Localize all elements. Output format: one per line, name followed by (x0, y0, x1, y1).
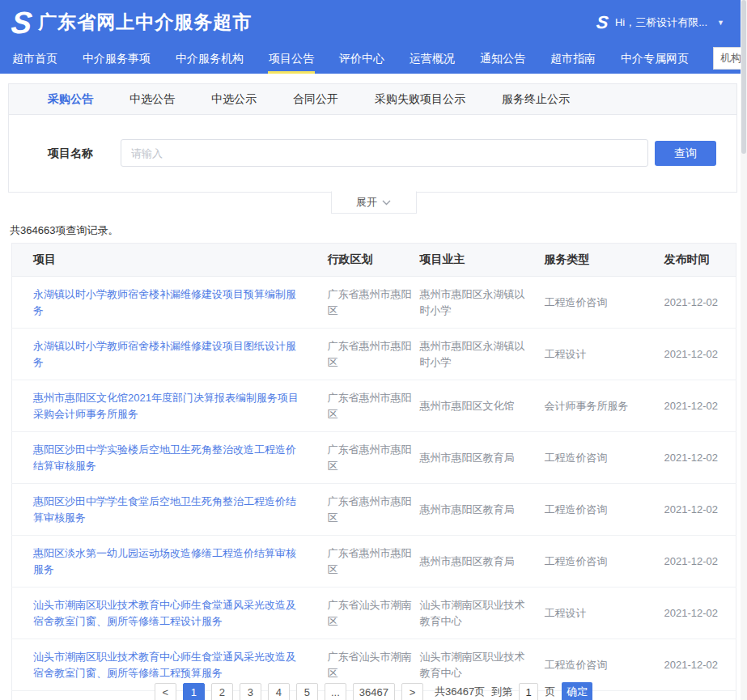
table-header-row: 项目 行政区划 项目业主 服务类型 发布时间 (12, 244, 736, 277)
table-row: 汕头市潮南区职业技术教育中心师生食堂通风采光改造及宿舍教室门窗、厕所等修缮工程设… (12, 588, 736, 639)
page-button-2[interactable]: 2 (211, 683, 233, 700)
service-type-cell: 工程造价咨询 (545, 432, 664, 484)
chevron-down-icon: ▼ (717, 19, 724, 27)
top-header: S 广东省网上中介服务超市 S Hi，三桥设计有限... ▼ (0, 0, 747, 45)
user-logo-icon: S (596, 14, 609, 32)
project-link[interactable]: 永湖镇以时小学教师宿舍楼补漏维修建设项目图纸设计服务 (33, 340, 296, 368)
project-link[interactable]: 惠阳区淡水第一幼儿园运动场改造修缮工程造价结算审核服务 (33, 547, 296, 575)
scrollbar[interactable] (741, 0, 747, 700)
table-row: 惠州市惠阳区文化馆2021年度部门决算报表编制服务项目采购会计师事务所服务 广东… (12, 380, 736, 432)
table-row: 永湖镇以时小学教师宿舍楼补漏维修建设项目图纸设计服务 广东省惠州市惠阳区 惠州市… (12, 329, 736, 380)
column-header-publish-date: 发布时间 (664, 244, 736, 277)
page-ellipsis[interactable]: ... (325, 683, 346, 700)
owner-cell: 汕头市潮南区职业技术教育中心 (420, 588, 545, 639)
user-greeting: Hi，三桥设计有限... (615, 15, 707, 30)
project-link[interactable]: 惠州市惠阳区文化馆2021年度部门决算报表编制服务项目采购会计师事务所服务 (33, 392, 299, 420)
column-header-service-type: 服务类型 (545, 244, 664, 277)
service-type-cell: 工程设计 (545, 588, 664, 639)
owner-cell: 惠州市惠阳区教育局 (420, 536, 545, 588)
nav-item-guide[interactable]: 超市指南 (550, 45, 596, 74)
prev-page-button[interactable]: < (155, 683, 176, 700)
site-logo-icon: S (10, 7, 32, 38)
page-button-4[interactable]: 4 (268, 683, 290, 700)
region-cell: 广东省惠州市惠阳区 (328, 484, 420, 536)
confirm-button[interactable]: 确定 (562, 682, 592, 700)
project-name-label: 项目名称 (48, 146, 93, 161)
project-link[interactable]: 汕头市潮南区职业技术教育中心师生食堂通风采光改造及宿舍教室门窗、厕所等修缮工程预… (33, 651, 296, 679)
scrollbar-thumb[interactable] (741, 0, 746, 154)
service-type-cell: 工程造价咨询 (545, 277, 664, 329)
project-link[interactable]: 惠阳区沙田中学学生食堂后空地卫生死角整治工程造价结算审核服务 (33, 495, 296, 524)
tab-failed-purchase-publicity[interactable]: 采购失败项目公示 (375, 92, 465, 107)
region-cell: 广东省汕头市潮南区 (328, 588, 420, 639)
region-cell: 广东省惠州市惠阳区 (328, 277, 420, 329)
project-link[interactable]: 永湖镇以时小学教师宿舍楼补漏维修建设项目预算编制服务 (33, 288, 296, 316)
region-cell: 广东省惠州市惠阳区 (328, 432, 420, 484)
page-button-3[interactable]: 3 (240, 683, 261, 700)
main-nav: 超市首页 中介服务事项 中介服务机构 项目公告 评价中心 运营概况 通知公告 超… (0, 45, 747, 74)
user-menu[interactable]: S Hi，三桥设计有限... ▼ (596, 14, 736, 32)
search-category-value: 机构 (720, 51, 741, 66)
owner-cell: 惠州市惠阳区文化馆 (420, 380, 545, 432)
tab-selection-announcement[interactable]: 中选公告 (129, 92, 175, 107)
publish-date-cell: 2021-12-02 (664, 484, 736, 536)
tab-selection-publicity[interactable]: 中选公示 (211, 92, 257, 107)
pagination: < 1 2 3 4 5 ... 36467 > 共36467页 到第 页 确定 (0, 682, 747, 700)
goto-page-input[interactable] (519, 683, 538, 700)
nav-item-project-announcements[interactable]: 项目公告 (268, 45, 315, 74)
column-header-region: 行政区划 (328, 244, 420, 277)
filter-form: 项目名称 查询 (9, 115, 736, 192)
expand-strip: 展开 (0, 191, 747, 214)
total-pages-text: 共36467页 (435, 685, 485, 699)
nav-item-agency-pages[interactable]: 中介专属网页 (620, 45, 690, 74)
publish-date-cell: 2021-12-02 (664, 380, 736, 432)
goto-page-label: 到第 (491, 685, 512, 699)
project-link[interactable]: 惠阳区沙田中学实验楼后空地卫生死角整治改造工程造价结算审核服务 (33, 443, 296, 472)
publish-date-cell: 2021-12-02 (664, 277, 736, 329)
site-title: 广东省网上中介服务超市 (38, 10, 252, 35)
service-type-cell: 会计师事务所服务 (545, 380, 664, 432)
next-page-button[interactable]: > (401, 683, 423, 700)
publish-date-cell: 2021-12-02 (664, 536, 736, 588)
project-link[interactable]: 汕头市潮南区职业技术教育中心师生食堂通风采光改造及宿舍教室门窗、厕所等修缮工程设… (33, 599, 296, 627)
publish-date-cell: 2021-12-02 (664, 588, 736, 639)
service-type-cell: 工程造价咨询 (545, 536, 664, 588)
owner-cell: 惠州市惠阳区永湖镇以时小学 (420, 329, 545, 380)
project-name-input[interactable] (121, 139, 648, 167)
nav-item-service-items[interactable]: 中介服务事项 (82, 45, 151, 74)
announcement-tabs: 采购公告 中选公告 中选公示 合同公开 采购失败项目公示 服务终止公示 (9, 84, 736, 115)
nav-item-agencies[interactable]: 中介服务机构 (175, 45, 244, 74)
table-row: 惠阳区沙田中学实验楼后空地卫生死角整治改造工程造价结算审核服务 广东省惠州市惠阳… (12, 432, 736, 484)
owner-cell: 惠州市惠阳区永湖镇以时小学 (420, 277, 545, 329)
nav-item-notices[interactable]: 通知公告 (479, 45, 526, 74)
region-cell: 广东省惠州市惠阳区 (328, 380, 420, 432)
chevron-down-icon (382, 200, 391, 206)
page-button-last[interactable]: 36467 (353, 683, 395, 700)
results-table: 项目 行政区划 项目业主 服务类型 发布时间 永湖镇以时小学教师宿舍楼补漏维修建… (11, 243, 736, 700)
table-row: 永湖镇以时小学教师宿舍楼补漏维修建设项目预算编制服务 广东省惠州市惠阳区 惠州市… (12, 277, 736, 329)
publish-date-cell: 2021-12-02 (664, 432, 736, 484)
tab-service-termination-publicity[interactable]: 服务终止公示 (502, 92, 570, 107)
service-type-cell: 工程设计 (545, 329, 664, 380)
nav-item-evaluation[interactable]: 评价中心 (338, 45, 385, 74)
goto-page-suffix: 页 (545, 685, 555, 699)
service-type-cell: 工程造价咨询 (545, 484, 664, 536)
column-header-project: 项目 (12, 244, 328, 277)
region-cell: 广东省惠州市惠阳区 (328, 329, 420, 380)
query-button[interactable]: 查询 (655, 141, 716, 166)
expand-button[interactable]: 展开 (331, 191, 417, 214)
table-row: 惠阳区淡水第一幼儿园运动场改造修缮工程造价结算审核服务 广东省惠州市惠阳区 惠州… (12, 536, 736, 588)
owner-cell: 惠州市惠阳区教育局 (420, 484, 545, 536)
result-count: 共364663项查询记录。 (10, 223, 118, 238)
page-button-1[interactable]: 1 (183, 683, 205, 700)
expand-label: 展开 (356, 195, 377, 210)
column-header-owner: 项目业主 (420, 244, 545, 277)
page-button-5[interactable]: 5 (296, 683, 318, 700)
tab-purchase-announcement[interactable]: 采购公告 (48, 92, 93, 107)
filter-panel: 采购公告 中选公告 中选公示 合同公开 采购失败项目公示 服务终止公示 项目名称… (8, 83, 737, 193)
tab-contract-disclosure[interactable]: 合同公开 (293, 92, 338, 107)
nav-item-operation-overview[interactable]: 运营概况 (409, 45, 456, 74)
table-row: 惠阳区沙田中学学生食堂后空地卫生死角整治工程造价结算审核服务 广东省惠州市惠阳区… (12, 484, 736, 536)
nav-item-home[interactable]: 超市首页 (11, 45, 58, 74)
owner-cell: 惠州市惠阳区教育局 (420, 432, 545, 484)
